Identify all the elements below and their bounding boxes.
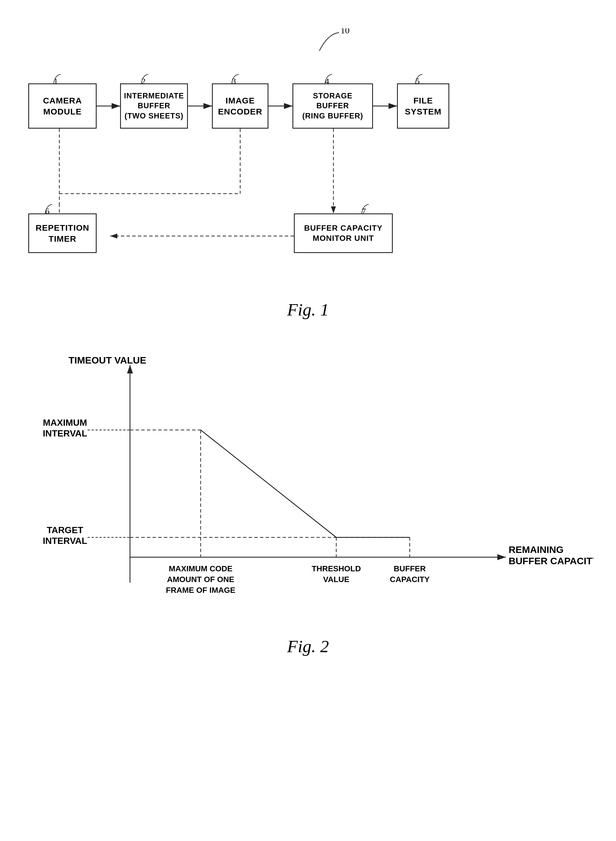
box-intermediate: INTERMEDIATE BUFFER (TWO SHEETS) <box>120 84 188 129</box>
diagram2: TIMEOUT VALUE REMAINING BUFFER CAPACITY <box>23 342 593 625</box>
svg-text:INTERVAL: INTERVAL <box>43 428 87 439</box>
svg-text:BUFFER CAPACITY: BUFFER CAPACITY <box>509 555 593 566</box>
box-storage: STORAGE BUFFER (RING BUFFER) <box>292 84 373 129</box>
ref-monitor: 7 <box>362 206 366 216</box>
svg-text:INTERVAL: INTERVAL <box>43 536 87 546</box>
svg-text:TIMEOUT VALUE: TIMEOUT VALUE <box>68 355 146 365</box>
svg-text:TARGET: TARGET <box>47 525 84 535</box>
svg-text:VALUE: VALUE <box>323 575 349 584</box>
ref-camera: 1 <box>54 76 58 86</box>
ref-encoder: 3 <box>232 76 236 86</box>
svg-text:AMOUNT OF ONE: AMOUNT OF ONE <box>167 575 234 584</box>
ref-intermediate: 2 <box>141 76 145 86</box>
box-filesystem: FILE SYSTEM <box>397 84 449 129</box>
ref-timer: 6 <box>45 206 50 216</box>
svg-text:MAXIMUM CODE: MAXIMUM CODE <box>169 564 233 573</box>
svg-text:CAPACITY: CAPACITY <box>390 575 430 584</box>
box-monitor: BUFFER CAPACITY MONITOR UNIT <box>294 213 393 253</box>
svg-text:BUFFER: BUFFER <box>394 564 426 573</box>
svg-text:MAXIMUM: MAXIMUM <box>43 418 87 428</box>
box-timer: REPETITION TIMER <box>28 213 97 253</box>
box-camera: CAMERA MODULE <box>28 84 97 129</box>
figure1-container: 10 <box>23 17 593 320</box>
fig1-title: Fig. 1 <box>23 299 593 320</box>
svg-text:10: 10 <box>340 28 349 35</box>
box-encoder: IMAGE ENCODER <box>212 84 268 129</box>
ref-storage: 4 <box>325 76 329 86</box>
svg-line-21 <box>201 430 336 537</box>
svg-text:THRESHOLD: THRESHOLD <box>312 564 361 573</box>
diagram1: CAMERA MODULE 1 INTERMEDIATE BUFFER (TWO… <box>23 57 593 288</box>
page: 10 <box>0 0 616 841</box>
ref-filesystem: 5 <box>415 76 419 86</box>
svg-text:REMAINING: REMAINING <box>509 544 564 555</box>
fig2-title: Fig. 2 <box>23 636 593 656</box>
svg-text:FRAME OF IMAGE: FRAME OF IMAGE <box>166 586 235 594</box>
figure2-container: TIMEOUT VALUE REMAINING BUFFER CAPACITY <box>23 342 593 656</box>
